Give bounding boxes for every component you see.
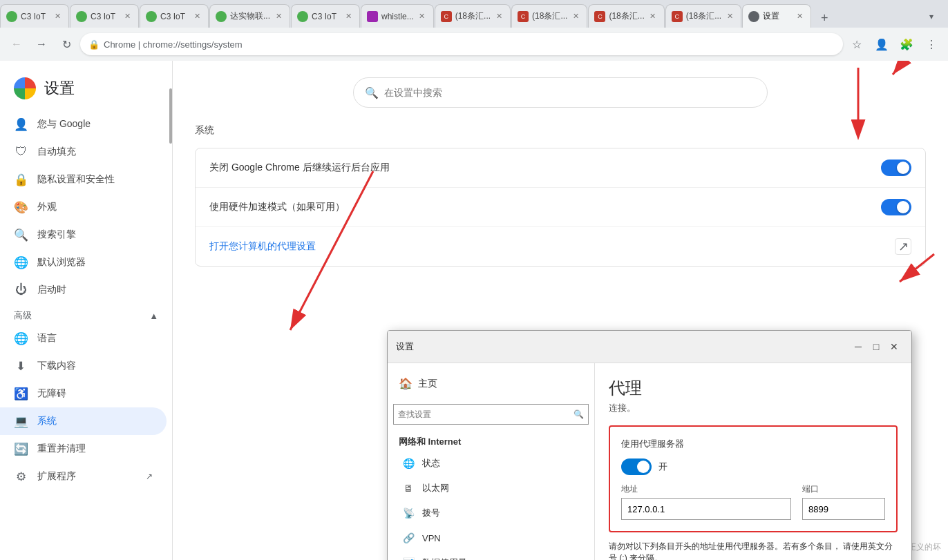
win-search-bar[interactable]: 🔍 — [393, 404, 589, 425]
tab-4[interactable]: 达实物联... ✕ — [209, 4, 290, 28]
extensions-button[interactable]: 🧩 — [895, 33, 918, 55]
win-nav-ethernet[interactable]: 🖥 以太网 — [393, 476, 589, 501]
tab-label-1: C3 IoT — [21, 12, 49, 21]
win-sidebar: 🏠 主页 🔍 网络和 Internet — [388, 363, 595, 560]
scrollbar[interactable] — [169, 88, 172, 144]
tab-close-9[interactable]: ✕ — [647, 11, 658, 22]
sidebar-item-google[interactable]: 👤 您与 Google — [0, 110, 167, 138]
sidebar-item-privacy[interactable]: 🔒 隐私设置和安全性 — [0, 166, 167, 193]
tab-favicon-whistle — [367, 11, 378, 22]
menu-button[interactable]: ⋮ — [920, 33, 942, 55]
proxy-external-link-icon[interactable]: ↗ — [895, 238, 911, 255]
forward-button[interactable]: → — [30, 33, 53, 55]
proxy-address-input[interactable] — [621, 498, 791, 520]
tab-settings[interactable]: ⚙ 设置 ✕ — [742, 4, 811, 28]
tab-5[interactable]: C3 IoT ✕ — [291, 4, 360, 28]
background-apps-label: 关闭 Google Chrome 后继续运行后台应用 — [209, 162, 881, 174]
tab-close-4[interactable]: ✕ — [273, 11, 284, 22]
tab-3[interactable]: C3 IoT ✕ — [140, 4, 209, 28]
new-tab-button[interactable]: + — [815, 8, 834, 28]
tab-1[interactable]: C3 IoT ✕ — [0, 4, 69, 28]
tab-close-settings[interactable]: ✕ — [794, 11, 805, 22]
tab-close-whistle[interactable]: ✕ — [417, 11, 428, 22]
sidebar-item-reset[interactable]: 🔄 重置并清理 — [0, 435, 167, 463]
tab-favicon-8: C — [518, 11, 529, 22]
refresh-button[interactable]: ↻ — [55, 33, 77, 55]
sidebar-item-appearance[interactable]: 🎨 外观 — [0, 193, 167, 221]
background-apps-row: 关闭 Google Chrome 后继续运行后台应用 — [196, 148, 925, 188]
privacy-icon: 🔒 — [14, 173, 28, 186]
proxy-section-title: 使用代理服务器 — [621, 438, 885, 450]
proxy-address-label: 地址 — [621, 483, 791, 495]
win-nav-data-usage[interactable]: 📊 数据使用量 — [393, 550, 589, 560]
win-maximize-button[interactable]: □ — [867, 338, 885, 356]
advanced-collapse-icon[interactable]: ▲ — [149, 311, 158, 321]
tab-close-5[interactable]: ✕ — [343, 11, 354, 22]
proxy-port-field: 端口 — [802, 483, 885, 520]
tab-close-7[interactable]: ✕ — [493, 11, 504, 22]
sidebar-item-downloads[interactable]: ⬇ 下载内容 — [0, 352, 167, 380]
content-area: 🔍 系统 关闭 Google Chrome 后继续运行后台应用 使用硬件加速模式… — [173, 61, 948, 560]
tab-close-10[interactable]: ✕ — [724, 11, 735, 22]
sidebar-item-autofill[interactable]: 🛡 自动填充 — [0, 138, 167, 166]
sidebar-item-language[interactable]: 🌐 语言 — [0, 325, 167, 352]
win-minimize-button[interactable]: ─ — [849, 338, 867, 356]
tab-close-1[interactable]: ✕ — [52, 11, 63, 22]
address-bar[interactable]: 🔒 Chrome | chrome://settings/system — [80, 33, 843, 55]
settings-search-icon: 🔍 — [365, 86, 379, 99]
hardware-accel-toggle[interactable] — [881, 199, 911, 215]
system-icon: 💻 — [14, 414, 28, 428]
background-apps-toggle[interactable] — [881, 160, 911, 176]
tab-menu-button[interactable]: ▾ — [920, 6, 942, 28]
tab-9[interactable]: C (18条汇... ✕ — [588, 4, 664, 28]
address-scheme: Chrome | chrome://settings/system — [104, 39, 243, 50]
search-engine-icon: 🔍 — [14, 228, 28, 242]
proxy-toggle[interactable] — [621, 458, 652, 475]
settings-search-input[interactable] — [384, 87, 756, 98]
sidebar-item-system[interactable]: 💻 系统 — [0, 407, 167, 435]
tab-whistle[interactable]: whistle... ✕ — [361, 4, 434, 28]
default-browser-icon: 🌐 — [14, 255, 28, 269]
tab-7[interactable]: C (18条汇... ✕ — [435, 4, 511, 28]
settings-search-bar[interactable]: 🔍 — [353, 77, 768, 108]
extensions-external-icon[interactable]: ↗ — [146, 472, 153, 481]
tab-8[interactable]: C (18条汇... ✕ — [511, 4, 587, 28]
tab-close-8[interactable]: ✕ — [570, 11, 581, 22]
sidebar-item-extensions-label: 扩展程序 — [37, 470, 76, 483]
sidebar-item-startup[interactable]: ⏻ 启动时 — [0, 276, 167, 304]
tab-close-2[interactable]: ✕ — [122, 11, 133, 22]
win-nav-vpn[interactable]: 🔗 VPN — [393, 525, 589, 550]
profile-button[interactable]: 👤 — [871, 33, 893, 55]
win-home-link[interactable]: 🏠 主页 — [393, 369, 589, 398]
tab-2[interactable]: C3 IoT ✕ — [70, 4, 139, 28]
win-dialog-body: 🏠 主页 🔍 网络和 Internet — [388, 363, 911, 560]
data-usage-nav-icon: 📊 — [401, 556, 415, 560]
tab-close-3[interactable]: ✕ — [191, 11, 202, 22]
tab-10[interactable]: C (18条汇... ✕ — [665, 4, 741, 28]
startup-icon: ⏻ — [14, 283, 28, 297]
proxy-port-input[interactable] — [802, 498, 885, 520]
win-home-label: 主页 — [418, 378, 437, 390]
tab-bar: C3 IoT ✕ C3 IoT ✕ C3 IoT ✕ 达实物联... ✕ C3 … — [0, 0, 948, 28]
sidebar-item-default-label: 默认浏览器 — [37, 256, 86, 269]
win-search-input[interactable] — [398, 409, 573, 419]
ethernet-nav-icon: 🖥 — [401, 481, 415, 495]
sidebar-item-extensions[interactable]: ⚙ 扩展程序 ↗ — [0, 463, 167, 490]
sidebar-header: 设置 — [0, 66, 172, 110]
win-nav-dialup[interactable]: 📡 拨号 — [393, 501, 589, 525]
sidebar-item-accessibility-label: 无障碍 — [37, 387, 66, 400]
sidebar-item-search[interactable]: 🔍 搜索引擎 — [0, 221, 167, 249]
tab-favicon-3 — [146, 11, 157, 22]
win-nav-status[interactable]: 🌐 状态 — [393, 451, 589, 476]
system-settings-card: 关闭 Google Chrome 后继续运行后台应用 使用硬件加速模式（如果可用… — [195, 148, 926, 267]
sidebar-item-reset-label: 重置并清理 — [37, 443, 86, 455]
sidebar-item-accessibility[interactable]: ♿ 无障碍 — [0, 380, 167, 407]
bookmark-button[interactable]: ☆ — [846, 33, 868, 55]
win-close-button[interactable]: ✕ — [885, 338, 903, 356]
proxy-link[interactable]: 打开您计算机的代理设置 — [209, 240, 316, 251]
win-section-title: 网络和 Internet — [393, 430, 589, 451]
proxy-row: 打开您计算机的代理设置 ↗ — [196, 227, 925, 266]
back-button[interactable]: ← — [6, 33, 28, 55]
sidebar-item-default-browser[interactable]: 🌐 默认浏览器 — [0, 249, 167, 276]
tab-favicon-1 — [6, 11, 17, 22]
